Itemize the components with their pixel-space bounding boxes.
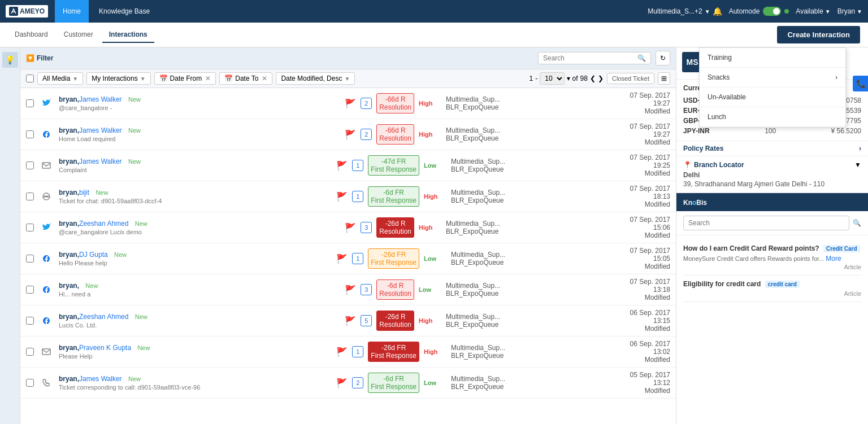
refresh-button[interactable]: ↻ bbox=[656, 51, 670, 65]
branch-title[interactable]: 📍 Branch Locator bbox=[683, 161, 744, 169]
priority-badge: Low bbox=[424, 162, 446, 169]
queue-name: Multimedia_Sup... bbox=[451, 344, 615, 352]
date-from-filter[interactable]: 📅 Date From ✕ bbox=[154, 72, 216, 85]
channel-icon bbox=[38, 282, 54, 298]
my-interactions-dropdown[interactable]: My Interactions ▼ bbox=[86, 72, 150, 85]
date-info: 07 Sep. 2017 15:05 Modified bbox=[619, 247, 670, 270]
row-info: bryan,James Walker New Complaint bbox=[59, 158, 332, 173]
row-checkbox[interactable] bbox=[26, 193, 34, 200]
priority-badge: High bbox=[419, 224, 441, 231]
user-dropdown[interactable]: Bryan ▼ bbox=[837, 7, 862, 15]
date-info: 07 Sep. 2017 18:13 Modified bbox=[619, 185, 670, 208]
row-checkbox[interactable] bbox=[26, 379, 34, 387]
currency-pair: JPY-INR bbox=[683, 127, 710, 135]
nav-home[interactable]: Home bbox=[55, 0, 89, 23]
all-media-dropdown[interactable]: All Media ▼ bbox=[37, 72, 83, 85]
expand-button[interactable]: ⊞ bbox=[658, 72, 670, 85]
table-row[interactable]: bryan,James Walker New @care_bangalore -… bbox=[20, 88, 676, 119]
queue-name: Multimedia_Sup... bbox=[451, 375, 615, 383]
queue-line2: BLR_ExpoQueue bbox=[451, 383, 615, 391]
table-row[interactable]: bryan,James Walker New Home Load require… bbox=[20, 119, 676, 150]
menu-item-unavailable[interactable]: Un-Available bbox=[700, 88, 845, 107]
available-dropdown[interactable]: Available ▼ bbox=[796, 7, 830, 15]
date-info: 07 Sep. 2017 15:06 Modified bbox=[619, 216, 670, 239]
row-name: bryan,James Walker New bbox=[59, 158, 332, 165]
next-page[interactable]: ❯ bbox=[598, 75, 604, 82]
pagination-select[interactable]: 10 25 50 bbox=[540, 72, 565, 85]
automode-toggle[interactable] bbox=[763, 7, 781, 16]
table-row[interactable]: bryan,Zeeshan Ahmed New Lucis Co. Ltd. 🚩… bbox=[20, 305, 676, 336]
ameyo-logo[interactable]: AMEYO bbox=[6, 5, 48, 18]
bell-icon[interactable]: 🔔 bbox=[713, 7, 722, 16]
search-box[interactable]: 🔍 bbox=[538, 52, 651, 64]
date-from-clear[interactable]: ✕ bbox=[205, 75, 211, 82]
date-to-clear[interactable]: ✕ bbox=[262, 75, 267, 82]
flag-icon: 🚩 bbox=[345, 98, 356, 109]
menu-item-training[interactable]: Training bbox=[700, 48, 845, 68]
search-icon: 🔍 bbox=[637, 54, 646, 62]
count-badge: 3 bbox=[361, 222, 372, 233]
table-row[interactable]: bryan,James Walker New Ticket correspond… bbox=[20, 368, 676, 399]
flag-icon: 🚩 bbox=[345, 222, 356, 233]
row-checkbox[interactable] bbox=[26, 348, 34, 356]
row-checkbox[interactable] bbox=[26, 99, 34, 107]
table-row[interactable]: bryan, New Hi... need a 🚩 3 -6d R Resolu… bbox=[20, 274, 676, 305]
sla-badge: -26d R Resolution bbox=[376, 311, 414, 331]
sidebar-bulb-icon[interactable]: 💡 bbox=[2, 52, 18, 68]
table-row[interactable]: bryan,James Walker New Complaint 🚩 1 -47… bbox=[20, 150, 676, 181]
kb-more-link[interactable]: More bbox=[826, 255, 841, 263]
kb-item[interactable]: Eligibility for credit card credit card … bbox=[683, 276, 861, 302]
queue-info: Multimedia_Sup... BLR_ExpoQueue bbox=[446, 282, 615, 298]
menu-item-snacks[interactable]: Snacks › bbox=[700, 68, 845, 88]
menu-item-lunch[interactable]: Lunch bbox=[700, 107, 845, 127]
table-row[interactable]: bryan,bijit New Ticket for chat: d901-59… bbox=[20, 181, 676, 212]
date-label: Modified bbox=[619, 263, 670, 270]
row-checkbox[interactable] bbox=[26, 317, 34, 325]
phone-button[interactable]: 📞 bbox=[853, 76, 868, 91]
knobis-search-input[interactable] bbox=[683, 216, 849, 230]
sla-days: -6d FR bbox=[383, 375, 404, 383]
closed-ticket-button[interactable]: Closed Ticket bbox=[607, 73, 654, 84]
campaign-selector[interactable]: Multimedia_S...+2 ▼ bbox=[648, 7, 710, 15]
tab-interactions[interactable]: Interactions bbox=[102, 27, 154, 43]
count-badge: 2 bbox=[352, 377, 363, 388]
policy-rates-link[interactable]: Policy Rates › bbox=[676, 141, 868, 156]
table-row[interactable]: bryan,Praveen K Gupta New Please Help 🚩 … bbox=[20, 336, 676, 368]
date-to-filter[interactable]: 📅 Date To ✕ bbox=[219, 72, 272, 85]
sla-type: Resolution bbox=[379, 228, 411, 235]
dropdown-menu: Training Snacks › Un-Available Lunch bbox=[699, 47, 846, 128]
nav-knowledge-base[interactable]: Knowledge Base bbox=[91, 0, 158, 23]
kb-item[interactable]: How do I earn Credit Card Reward points?… bbox=[683, 240, 861, 276]
channel-icon bbox=[38, 220, 54, 235]
status-badge: New bbox=[128, 127, 141, 134]
date: 07 Sep. 2017 bbox=[619, 247, 670, 255]
chevron-down-icon[interactable]: ▼ bbox=[854, 161, 861, 169]
row-checkbox[interactable] bbox=[26, 255, 34, 263]
right-panel-header: MS Training Snacks › Un-Available Lunch bbox=[676, 47, 868, 80]
tab-customer[interactable]: Customer bbox=[57, 27, 100, 43]
row-checkbox[interactable] bbox=[26, 286, 34, 294]
search-input[interactable] bbox=[543, 54, 637, 62]
time: 19:27 bbox=[619, 130, 670, 138]
table-row[interactable]: bryan,DJ Gupta New Hello Please help 🚩 1… bbox=[20, 243, 676, 274]
select-all-checkbox[interactable] bbox=[26, 75, 34, 82]
create-interaction-button[interactable]: Create Interaction bbox=[777, 26, 860, 43]
knobis-search-icon[interactable]: 🔍 bbox=[853, 219, 861, 227]
queue-info: Multimedia_Sup... BLR_ExpoQueue bbox=[446, 313, 615, 329]
filter-button[interactable]: 🔽 Filter bbox=[26, 54, 53, 62]
priority-badge: Low bbox=[424, 379, 446, 386]
row-checkbox[interactable] bbox=[26, 224, 34, 231]
row-name: bryan,James Walker New bbox=[59, 126, 340, 134]
row-checkbox[interactable] bbox=[26, 161, 34, 169]
queue-name: Multimedia_Sup... bbox=[451, 158, 615, 165]
date: 07 Sep. 2017 bbox=[619, 278, 670, 286]
table-row[interactable]: bryan,Zeeshan Ahmed New @care_bangalore … bbox=[20, 212, 676, 243]
sla-badge: -66d R Resolution bbox=[376, 93, 414, 113]
pagination-of: ▾ of bbox=[567, 75, 578, 82]
sla-days: -66d R bbox=[385, 126, 406, 134]
last-name: James Walker bbox=[79, 158, 122, 165]
tab-dashboard[interactable]: Dashboard bbox=[8, 27, 55, 43]
sort-dropdown[interactable]: Date Modified, Desc ▼ bbox=[276, 72, 355, 85]
row-checkbox[interactable] bbox=[26, 130, 34, 138]
prev-page[interactable]: ❮ bbox=[590, 75, 596, 82]
